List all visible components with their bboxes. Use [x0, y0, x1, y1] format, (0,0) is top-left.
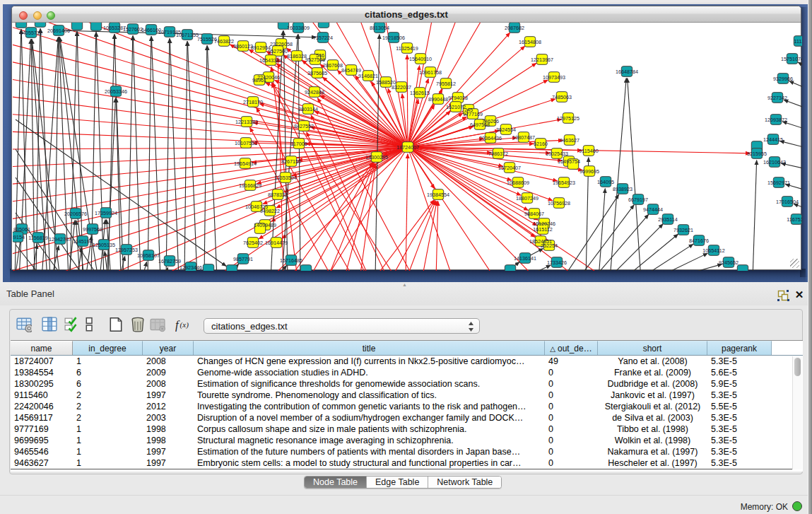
graph-edge[interactable] [753, 160, 757, 271]
table-row[interactable]: 977716911998Corpus callosum shape and si… [11, 424, 803, 435]
graph-node[interactable] [226, 265, 237, 271]
tab-node-table[interactable]: Node Table [305, 477, 366, 488]
graph-node-label: 10688609 [507, 180, 529, 186]
graph-edge[interactable] [407, 54, 408, 142]
graph-node[interactable] [16, 23, 26, 28]
graph-node-label: 62160 [534, 141, 548, 147]
graph-edge[interactable] [436, 201, 438, 271]
resize-grip-icon[interactable] [790, 259, 799, 268]
graph-edge[interactable] [13, 61, 403, 146]
graph-edge[interactable] [250, 127, 333, 271]
close-panel-icon[interactable]: ✕ [794, 288, 805, 301]
graph-edge[interactable] [204, 45, 207, 271]
graph-node-label: 1244415 [763, 136, 783, 143]
graph-edge[interactable] [610, 78, 626, 271]
column-header-label: out_de… [558, 344, 592, 354]
graph-edge[interactable] [784, 100, 802, 108]
graph-edge[interactable] [283, 30, 288, 271]
show-column-icon[interactable] [42, 317, 57, 332]
graph-edge[interactable] [133, 35, 141, 271]
column-header-pagerank[interactable]: pagerank [707, 341, 772, 355]
graph-node-label: 16495754 [558, 158, 580, 165]
table-panel-header: Table Panel ▲ ✕ [0, 282, 808, 305]
table-row[interactable]: 969969511998Structural magnetic resonanc… [11, 435, 803, 446]
table-row[interactable]: 1872400712008Changes of HCN gene express… [11, 356, 803, 367]
graph-node-label: 19654923 [553, 180, 575, 186]
table-row[interactable]: 911546021997Tourette syndrome. Phenomeno… [11, 390, 803, 401]
graph-edge[interactable] [628, 78, 641, 271]
graph-edge[interactable] [91, 32, 96, 271]
float-window-icon[interactable] [777, 290, 789, 301]
graph-node[interactable] [318, 23, 329, 28]
table-row[interactable]: 1456911722003Disruption of a novel membe… [11, 412, 803, 424]
graph-node-label: 835061 [13, 226, 30, 233]
graph-edge[interactable] [170, 38, 179, 271]
table-row[interactable]: 946554611997Estimation of the future num… [11, 446, 803, 457]
graph-edge[interactable] [187, 41, 197, 271]
graph-node-label: 8215955 [747, 151, 767, 157]
table-row[interactable]: 1830029562008Estimation of significance … [11, 378, 803, 390]
cell-in_degree: 1 [73, 457, 143, 469]
graph-edge[interactable] [406, 201, 436, 271]
row-height-icon[interactable] [84, 317, 100, 332]
tab-edge-table[interactable]: Edge Table [366, 477, 428, 488]
graph-node[interactable] [71, 23, 82, 30]
new-file-icon[interactable] [108, 317, 124, 332]
graph-node-label: 16782759 [158, 258, 181, 264]
select-rows-icon[interactable] [64, 317, 80, 332]
column-header-year[interactable]: year [143, 341, 194, 355]
graph-edge[interactable] [114, 34, 121, 271]
graph-edge[interactable] [639, 244, 693, 271]
graph-node[interactable] [90, 23, 101, 30]
table-row[interactable]: 1938455462009Genome-wide association stu… [11, 367, 803, 378]
scrollbar-thumb[interactable] [794, 358, 801, 376]
graph-edge[interactable] [422, 201, 437, 271]
graph-edge[interactable] [391, 200, 435, 271]
table-row[interactable]: 946362711997Embryonic stem cells: a mode… [11, 457, 803, 469]
graph-node-label: 20364436 [479, 135, 502, 141]
graph-node[interactable] [505, 265, 515, 271]
graph-node[interactable] [35, 23, 45, 27]
graph-node[interactable] [300, 265, 311, 271]
graph-node-label: 9498222 [260, 208, 280, 214]
cell-name: 18300295 [11, 378, 73, 390]
graph-node[interactable] [203, 264, 213, 271]
vertical-scrollbar[interactable] [792, 356, 802, 469]
column-header-out_degree[interactable]: △out_de… [545, 341, 598, 355]
split-grip-icon[interactable]: ▲ [402, 283, 409, 286]
column-header-in_degree[interactable]: in_degree [73, 341, 143, 355]
delete-table-icon[interactable] [130, 317, 146, 332]
table-selector-dropdown[interactable]: citations_edges.txt [204, 318, 480, 334]
graph-node-label: 17016504 [776, 199, 799, 205]
graph-edge[interactable] [148, 36, 151, 271]
graph-edge[interactable] [789, 81, 802, 88]
graph-edge[interactable] [166, 38, 170, 271]
column-header-title[interactable]: title [194, 341, 545, 355]
graph-edge[interactable] [623, 234, 678, 271]
graph-edge[interactable] [142, 262, 147, 271]
graph-edge[interactable] [798, 62, 802, 67]
graph-edge[interactable] [13, 78, 403, 146]
graph-edge[interactable] [608, 224, 663, 271]
column-header-label: name [30, 344, 52, 354]
table-row[interactable]: 2242004622012Investigating the contribut… [11, 401, 803, 412]
graph-edge[interactable] [411, 151, 495, 271]
graph-node-label: 2087682 [505, 25, 524, 31]
graph-edge[interactable] [128, 35, 133, 271]
graph-edge[interactable] [406, 153, 408, 271]
column-header-short[interactable]: short [598, 341, 707, 355]
function-builder-icon[interactable]: f(x) [175, 317, 191, 332]
graph-edge[interactable] [669, 264, 722, 271]
tab-network-table[interactable]: Network Table [428, 477, 501, 488]
network-canvas[interactable]: 1405571220691406106532871527602646616010… [13, 23, 802, 271]
table-settings-icon[interactable] [16, 317, 32, 332]
window-titlebar[interactable]: citations_edges.txt [12, 6, 801, 23]
graph-node[interactable] [737, 265, 748, 271]
graph-edge[interactable] [520, 265, 551, 271]
graph-edge[interactable] [654, 253, 707, 271]
graph-edge[interactable] [184, 41, 187, 271]
column-header-name[interactable]: name [11, 341, 73, 355]
graph-edge[interactable] [599, 188, 605, 271]
cell-short: Yano et al. (2008) [598, 356, 707, 367]
graph-node-label: 10107552 [235, 140, 257, 146]
